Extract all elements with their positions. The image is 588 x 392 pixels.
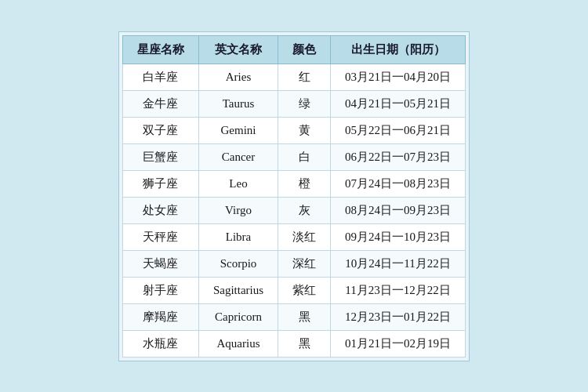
cell-color: 红 — [278, 64, 331, 90]
cell-english-name: Sagittarius — [198, 277, 278, 303]
zodiac-table: 星座名称 英文名称 颜色 出生日期（阳历） 白羊座Aries红03月21日一04… — [122, 35, 466, 358]
cell-chinese-name: 射手座 — [122, 277, 198, 303]
cell-chinese-name: 巨蟹座 — [122, 143, 198, 170]
table-row: 狮子座Leo橙07月24日一08月23日 — [122, 170, 465, 197]
header-english-name: 英文名称 — [198, 35, 278, 64]
table-row: 金牛座Taurus绿04月21日一05月21日 — [122, 90, 465, 117]
cell-date: 07月24日一08月23日 — [331, 170, 466, 197]
cell-english-name: Capricorn — [198, 303, 278, 330]
cell-english-name: Aries — [198, 64, 278, 90]
cell-color: 白 — [278, 143, 331, 170]
cell-english-name: Leo — [198, 170, 278, 197]
cell-color: 黑 — [278, 303, 331, 330]
zodiac-table-container: 星座名称 英文名称 颜色 出生日期（阳历） 白羊座Aries红03月21日一04… — [118, 31, 470, 361]
cell-chinese-name: 白羊座 — [122, 64, 198, 90]
cell-chinese-name: 天蝎座 — [122, 250, 198, 277]
table-row: 摩羯座Capricorn黑12月23日一01月22日 — [122, 303, 465, 330]
cell-date: 09月24日一10月23日 — [331, 223, 466, 250]
cell-english-name: Cancer — [198, 143, 278, 170]
cell-chinese-name: 狮子座 — [122, 170, 198, 197]
cell-chinese-name: 双子座 — [122, 117, 198, 143]
cell-color: 淡红 — [278, 223, 331, 250]
cell-english-name: Virgo — [198, 197, 278, 223]
table-row: 白羊座Aries红03月21日一04月20日 — [122, 64, 465, 90]
header-date: 出生日期（阳历） — [331, 35, 466, 64]
cell-english-name: Aquarius — [198, 330, 278, 357]
cell-color: 黑 — [278, 330, 331, 357]
table-row: 天秤座Libra淡红09月24日一10月23日 — [122, 223, 465, 250]
table-row: 天蝎座Scorpio深红10月24日一11月22日 — [122, 250, 465, 277]
cell-date: 12月23日一01月22日 — [331, 303, 466, 330]
cell-chinese-name: 天秤座 — [122, 223, 198, 250]
table-header-row: 星座名称 英文名称 颜色 出生日期（阳历） — [122, 35, 465, 64]
cell-color: 灰 — [278, 197, 331, 223]
cell-chinese-name: 处女座 — [122, 197, 198, 223]
table-row: 双子座Gemini黄05月22日一06月21日 — [122, 117, 465, 143]
cell-color: 紫红 — [278, 277, 331, 303]
cell-color: 绿 — [278, 90, 331, 117]
cell-date: 10月24日一11月22日 — [331, 250, 466, 277]
cell-english-name: Taurus — [198, 90, 278, 117]
cell-date: 03月21日一04月20日 — [331, 64, 466, 90]
cell-date: 06月22日一07月23日 — [331, 143, 466, 170]
cell-color: 橙 — [278, 170, 331, 197]
cell-date: 01月21日一02月19日 — [331, 330, 466, 357]
table-row: 巨蟹座Cancer白06月22日一07月23日 — [122, 143, 465, 170]
table-row: 水瓶座Aquarius黑01月21日一02月19日 — [122, 330, 465, 357]
cell-date: 05月22日一06月21日 — [331, 117, 466, 143]
cell-date: 11月23日一12月22日 — [331, 277, 466, 303]
cell-color: 黄 — [278, 117, 331, 143]
cell-english-name: Libra — [198, 223, 278, 250]
table-row: 射手座Sagittarius紫红11月23日一12月22日 — [122, 277, 465, 303]
cell-color: 深红 — [278, 250, 331, 277]
header-color: 颜色 — [278, 35, 331, 64]
cell-chinese-name: 水瓶座 — [122, 330, 198, 357]
cell-chinese-name: 金牛座 — [122, 90, 198, 117]
cell-date: 04月21日一05月21日 — [331, 90, 466, 117]
cell-english-name: Scorpio — [198, 250, 278, 277]
cell-date: 08月24日一09月23日 — [331, 197, 466, 223]
cell-chinese-name: 摩羯座 — [122, 303, 198, 330]
header-chinese-name: 星座名称 — [122, 35, 198, 64]
table-row: 处女座Virgo灰08月24日一09月23日 — [122, 197, 465, 223]
cell-english-name: Gemini — [198, 117, 278, 143]
